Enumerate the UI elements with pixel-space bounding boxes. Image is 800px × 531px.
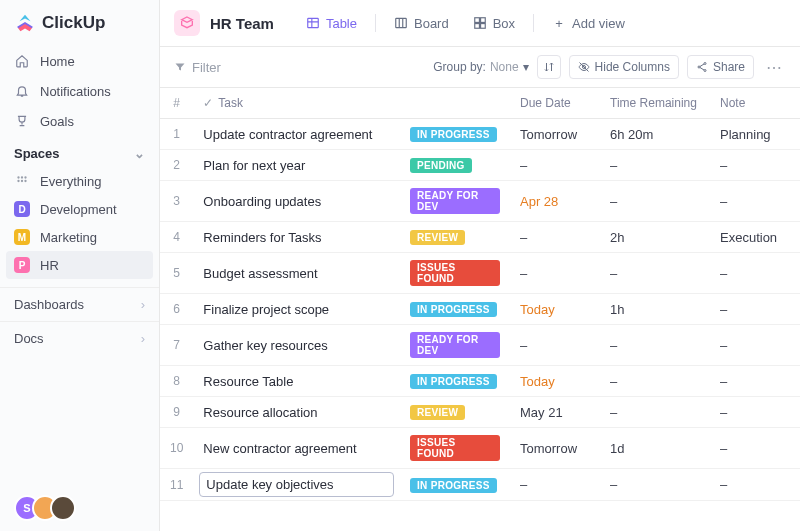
note-cell[interactable]: – [710,428,800,469]
task-name-cell[interactable]: Resource Table [193,366,400,397]
status-cell[interactable]: ISSUES FOUND [400,253,510,294]
task-name-cell[interactable]: Onboarding updates [193,181,400,222]
filter-button[interactable]: Filter [174,60,221,75]
time-remaining-cell[interactable]: – [600,253,710,294]
due-date-cell[interactable]: Today [510,366,600,397]
table-row[interactable]: 7Gather key resourcesREADY FOR DEV––– [160,325,800,366]
task-name-cell[interactable] [193,469,400,501]
table-row[interactable]: 11IN PROGRESS––– [160,469,800,501]
time-remaining-cell[interactable]: 1d [600,428,710,469]
task-name-cell[interactable]: Reminders for Tasks [193,222,400,253]
col-index[interactable]: # [160,88,193,119]
note-cell[interactable]: – [710,469,800,501]
time-remaining-cell[interactable]: – [600,366,710,397]
nav-home[interactable]: Home [0,46,159,76]
nav-dashboards[interactable]: Dashboards › [0,287,159,321]
time-remaining-cell[interactable]: – [600,150,710,181]
note-cell[interactable]: Execution [710,222,800,253]
status-cell[interactable]: REVIEW [400,397,510,428]
due-date-cell[interactable]: – [510,253,600,294]
status-cell[interactable]: IN PROGRESS [400,469,510,501]
nav-docs[interactable]: Docs › [0,321,159,355]
view-tab-box[interactable]: Box [463,11,525,36]
task-name-cell[interactable]: Plan for next year [193,150,400,181]
time-remaining-cell[interactable]: 6h 20m [600,119,710,150]
table-row[interactable]: 1Update contractor agreementIN PROGRESST… [160,119,800,150]
table-row[interactable]: 2Plan for next yearPENDING––– [160,150,800,181]
table-row[interactable]: 3Onboarding updatesREADY FOR DEVApr 28–– [160,181,800,222]
status-cell[interactable]: IN PROGRESS [400,366,510,397]
due-date-cell[interactable]: – [510,222,600,253]
spaces-header[interactable]: Spaces ⌄ [0,136,159,167]
time-remaining-cell[interactable]: – [600,325,710,366]
due-date-cell[interactable]: Apr 28 [510,181,600,222]
share-button[interactable]: Share [687,55,754,79]
note-cell[interactable]: – [710,181,800,222]
col-status[interactable] [400,88,510,119]
time-remaining-cell[interactable]: – [600,181,710,222]
status-cell[interactable]: IN PROGRESS [400,294,510,325]
table-row[interactable]: 5Budget assessmentISSUES FOUND––– [160,253,800,294]
group-by[interactable]: Group by: None ▾ [433,60,528,74]
space-hr[interactable]: P HR [6,251,153,279]
due-date-cell[interactable]: Today [510,294,600,325]
col-time[interactable]: Time Remaining [600,88,710,119]
status-badge: ISSUES FOUND [410,260,500,286]
status-cell[interactable]: IN PROGRESS [400,119,510,150]
note-cell[interactable]: – [710,397,800,428]
space-development[interactable]: D Development [0,195,159,223]
sort-button[interactable] [537,55,561,79]
col-task[interactable]: ✓Task [193,88,400,119]
col-due[interactable]: Due Date [510,88,600,119]
note-cell[interactable]: – [710,325,800,366]
table-row[interactable]: 4Reminders for TasksREVIEW–2hExecution [160,222,800,253]
view-tab-board[interactable]: Board [384,11,459,36]
task-name-cell[interactable]: Finalize project scope [193,294,400,325]
nav-goals[interactable]: Goals [0,106,159,136]
status-cell[interactable]: READY FOR DEV [400,325,510,366]
team-badge[interactable] [174,10,200,36]
due-date-cell[interactable]: – [510,150,600,181]
view-tab-table[interactable]: Table [296,11,367,36]
time-remaining-cell[interactable]: – [600,397,710,428]
due-date-cell[interactable]: May 21 [510,397,600,428]
avatar-stack[interactable]: S [0,485,159,531]
svg-rect-9 [480,18,485,23]
task-name-cell[interactable]: Resource allocation [193,397,400,428]
due-date-cell[interactable]: Tomorrow [510,428,600,469]
task-name-cell[interactable]: Gather key resources [193,325,400,366]
status-cell[interactable]: ISSUES FOUND [400,428,510,469]
note-cell[interactable]: Planning [710,119,800,150]
more-menu[interactable]: ⋯ [762,55,786,79]
time-remaining-cell[interactable]: – [600,469,710,501]
due-date-cell[interactable]: – [510,469,600,501]
due-date-cell[interactable]: Tomorrow [510,119,600,150]
table-row[interactable]: 6Finalize project scopeIN PROGRESSToday1… [160,294,800,325]
time-remaining-cell[interactable]: 2h [600,222,710,253]
brand-logo[interactable]: ClickUp [0,0,159,46]
avatar[interactable] [50,495,76,521]
add-view[interactable]: + Add view [542,11,635,36]
task-name-cell[interactable]: Update contractor agreement [193,119,400,150]
status-cell[interactable]: PENDING [400,150,510,181]
table-row[interactable]: 10New contractor agreementISSUES FOUNDTo… [160,428,800,469]
note-cell[interactable]: – [710,150,800,181]
task-name-cell[interactable]: Budget assessment [193,253,400,294]
task-name-cell[interactable]: New contractor agreement [193,428,400,469]
note-cell[interactable]: – [710,294,800,325]
status-cell[interactable]: REVIEW [400,222,510,253]
col-note[interactable]: Note [710,88,800,119]
time-remaining-cell[interactable]: 1h [600,294,710,325]
table-row[interactable]: 9Resource allocationREVIEWMay 21–– [160,397,800,428]
nav-notifications[interactable]: Notifications [0,76,159,106]
hide-columns-button[interactable]: Hide Columns [569,55,679,79]
due-date-cell[interactable]: – [510,325,600,366]
table-row[interactable]: 8Resource TableIN PROGRESSToday–– [160,366,800,397]
task-name-input[interactable] [199,472,394,497]
status-cell[interactable]: READY FOR DEV [400,181,510,222]
space-marketing[interactable]: M Marketing [0,223,159,251]
note-cell[interactable]: – [710,366,800,397]
space-everything[interactable]: Everything [0,167,159,195]
note-cell[interactable]: – [710,253,800,294]
hide-columns-label: Hide Columns [595,60,670,74]
